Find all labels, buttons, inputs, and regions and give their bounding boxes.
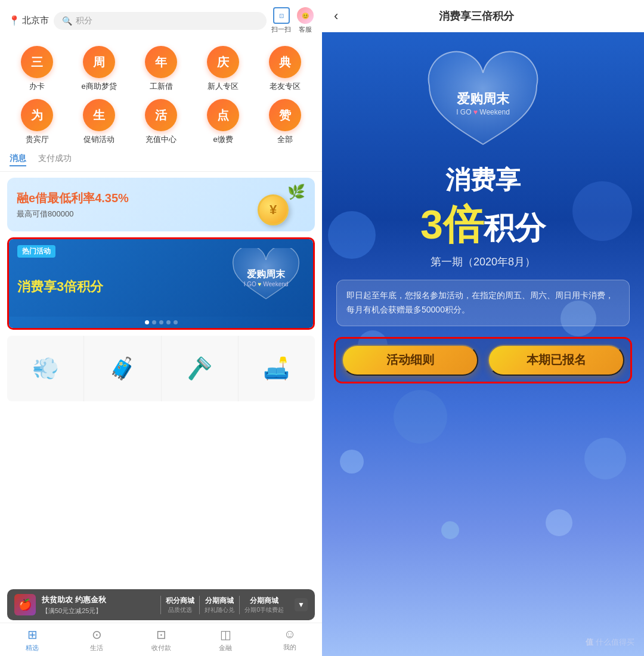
notif-sec3-title: 分期商城 bbox=[244, 596, 284, 606]
menu-item-recharge[interactable]: 活 充值中心 bbox=[135, 99, 187, 145]
menu-icon-promo: 生 bbox=[83, 99, 115, 131]
heart-inner-text: 爱购周末 I GO ♥ Weekend bbox=[456, 90, 510, 116]
scan-label: 扫一扫 bbox=[271, 25, 291, 34]
product-sofa: 🛋️ bbox=[239, 336, 315, 401]
menu-row-1: 三 办卡 周 e商助梦贷 年 工新借 庆 新人专区 典 老友专区 bbox=[0, 42, 322, 95]
header-actions: ⊡ 扫一扫 😊 客服 bbox=[271, 7, 314, 34]
menu-icon-recharge: 活 bbox=[145, 99, 177, 131]
product-luggage: 🧳 bbox=[84, 336, 161, 401]
product-dyson: 💨 bbox=[7, 336, 84, 401]
location-button[interactable]: 📍 北京市 bbox=[8, 15, 49, 26]
service-button[interactable]: 😊 客服 bbox=[297, 7, 314, 34]
service-avatar: 😊 bbox=[297, 7, 314, 24]
service-label: 客服 bbox=[299, 25, 312, 34]
scan-button[interactable]: ⊡ 扫一扫 bbox=[271, 7, 291, 34]
tabs-bar: 消息 支付成功 bbox=[0, 151, 322, 172]
menu-label-all: 全部 bbox=[277, 134, 293, 145]
notif-section-1[interactable]: 积分商城 品质优选 bbox=[160, 596, 199, 614]
hot-tag: 热门活动 bbox=[17, 245, 55, 258]
rules-button[interactable]: 活动细则 bbox=[342, 345, 478, 376]
menu-item-new[interactable]: 庆 新人专区 bbox=[197, 46, 249, 92]
notif-sec2-sub: 好礼随心兑 bbox=[205, 606, 234, 614]
promo-section: 消费享 3倍积分 第一期（2020年8月） bbox=[322, 163, 644, 269]
menu-icon-loan: 周 bbox=[83, 46, 115, 78]
coin-icon: ¥ bbox=[258, 194, 289, 225]
signup-button[interactable]: 本期已报名 bbox=[488, 345, 624, 376]
menu-item-vip[interactable]: 为 贵宾厅 bbox=[11, 99, 63, 145]
nav-item-payment[interactable]: ⊡ 收付款 bbox=[129, 627, 193, 652]
menu-grid: 三 办卡 周 e商助梦贷 年 工新借 庆 新人专区 典 老友专区 为 bbox=[0, 39, 322, 151]
notif-sec1-sub: 品质优选 bbox=[166, 606, 194, 614]
tab-message[interactable]: 消息 bbox=[10, 153, 26, 166]
menu-icon-new: 庆 bbox=[207, 46, 239, 78]
menu-item-all[interactable]: 赞 全部 bbox=[259, 99, 311, 145]
loan-sub: 最高可借800000 bbox=[17, 209, 129, 219]
promo-num: 3倍 bbox=[420, 202, 484, 247]
notif-section-2[interactable]: 分期商城 好礼随心兑 bbox=[199, 596, 239, 614]
notif-sec3-sub: 分期0手续费起 bbox=[244, 606, 284, 614]
desc-text: 即日起至年底，您报名参加活动，在指定的周五、周六、周日用卡消费，每月有机会获赠最… bbox=[346, 290, 614, 314]
dot-5 bbox=[174, 320, 178, 324]
menu-label-card: 办卡 bbox=[29, 81, 45, 92]
menu-item-promo[interactable]: 生 促销活动 bbox=[73, 99, 125, 145]
dot-2 bbox=[152, 320, 156, 324]
nav-label-finance: 金融 bbox=[219, 643, 232, 652]
coin-graphic: ¥ 🌿 bbox=[258, 184, 305, 225]
dropdown-icon[interactable]: ▼ bbox=[295, 598, 308, 611]
menu-row-2: 为 贵宾厅 生 促销活动 活 充值中心 点 e缴费 赞 全部 bbox=[0, 95, 322, 148]
menu-item-card[interactable]: 三 办卡 bbox=[11, 46, 63, 92]
menu-item-bill[interactable]: 点 e缴费 bbox=[197, 99, 249, 145]
menu-item-loan[interactable]: 周 e商助梦贷 bbox=[73, 46, 125, 92]
menu-icon-all: 赞 bbox=[269, 99, 301, 131]
watermark-text: 什么值得买 bbox=[596, 638, 634, 646]
dot-4 bbox=[166, 320, 171, 324]
hot-text: 消费享3倍积分 bbox=[17, 278, 103, 296]
hot-activity-banner[interactable]: 热门活动 消费享3倍积分 爱购周末 I GO bbox=[7, 237, 315, 330]
notification-bar[interactable]: 🍎 扶贫助农 约惠金秋 【满50元立减25元】 积分商城 品质优选 分期商城 好… bbox=[7, 589, 315, 620]
right-header: ‹ 消费享三倍积分 bbox=[322, 0, 644, 32]
nav-item-featured[interactable]: ⊞ 精选 bbox=[0, 627, 64, 652]
right-panel: ‹ 消费享三倍积分 bbox=[322, 0, 644, 656]
tab-payment[interactable]: 支付成功 bbox=[38, 153, 72, 166]
loan-title: 融e借最低利率4.35% bbox=[17, 190, 129, 206]
menu-icon-old: 典 bbox=[269, 46, 301, 78]
notif-title: 扶贫助农 约惠金秋 bbox=[42, 595, 154, 605]
nav-item-mine[interactable]: ☺ 我的 bbox=[258, 627, 322, 652]
notif-image: 🍎 bbox=[14, 594, 36, 615]
loan-banner[interactable]: 融e借最低利率4.35% 最高可借800000 ¥ 🌿 bbox=[7, 178, 315, 231]
menu-label-promo: 促销活动 bbox=[83, 134, 114, 145]
nav-label-featured: 精选 bbox=[26, 643, 39, 652]
nav-label-payment: 收付款 bbox=[151, 643, 171, 652]
search-bar[interactable]: 🔍 积分 bbox=[54, 12, 267, 30]
hot-banner-inner: 热门活动 消费享3倍积分 爱购周末 I GO bbox=[9, 239, 313, 317]
products-row: 💨 🧳 🪒 🛋️ bbox=[7, 336, 315, 401]
left-panel: 📍 北京市 🔍 积分 ⊡ 扫一扫 😊 客服 三 办卡 周 bbox=[0, 0, 322, 656]
nav-item-finance[interactable]: ◫ 金融 bbox=[193, 627, 258, 652]
heart-en-right: I GO ♥ Weekend bbox=[456, 108, 510, 116]
heart-logo-text-small: 爱购周末 I GO ♥ Weekend bbox=[244, 268, 289, 287]
menu-icon-vip: 为 bbox=[21, 99, 53, 131]
menu-label-recharge: 充值中心 bbox=[145, 134, 177, 145]
menu-item-old[interactable]: 典 老友专区 bbox=[259, 46, 311, 92]
product-shaver: 🪒 bbox=[162, 336, 239, 401]
dot-3 bbox=[159, 320, 163, 324]
heart-en-small: I GO ♥ Weekend bbox=[244, 281, 289, 287]
menu-item-borrow[interactable]: 年 工新借 bbox=[135, 46, 187, 92]
notif-sec2-title: 分期商城 bbox=[205, 596, 234, 606]
payment-icon: ⊡ bbox=[156, 627, 166, 642]
menu-icon-card: 三 bbox=[21, 46, 53, 78]
featured-icon: ⊞ bbox=[27, 627, 38, 642]
scan-icon: ⊡ bbox=[273, 7, 290, 24]
search-icon: 🔍 bbox=[62, 16, 72, 26]
life-icon: ⊙ bbox=[92, 627, 102, 642]
watermark: 值 什么值得买 bbox=[586, 637, 634, 648]
back-button[interactable]: ‹ bbox=[334, 8, 338, 24]
menu-icon-bill: 点 bbox=[207, 99, 239, 131]
notif-section-3[interactable]: 分期商城 分期0手续费起 bbox=[239, 596, 289, 614]
heart-cn-right: 爱购周末 bbox=[456, 90, 510, 108]
nav-item-life[interactable]: ⊙ 生活 bbox=[64, 627, 129, 652]
location-text: 北京市 bbox=[22, 15, 49, 26]
promo-rest: 积分 bbox=[484, 211, 546, 245]
menu-label-borrow: 工新借 bbox=[150, 81, 173, 92]
action-buttons: 活动细则 本期已报名 bbox=[334, 337, 632, 383]
